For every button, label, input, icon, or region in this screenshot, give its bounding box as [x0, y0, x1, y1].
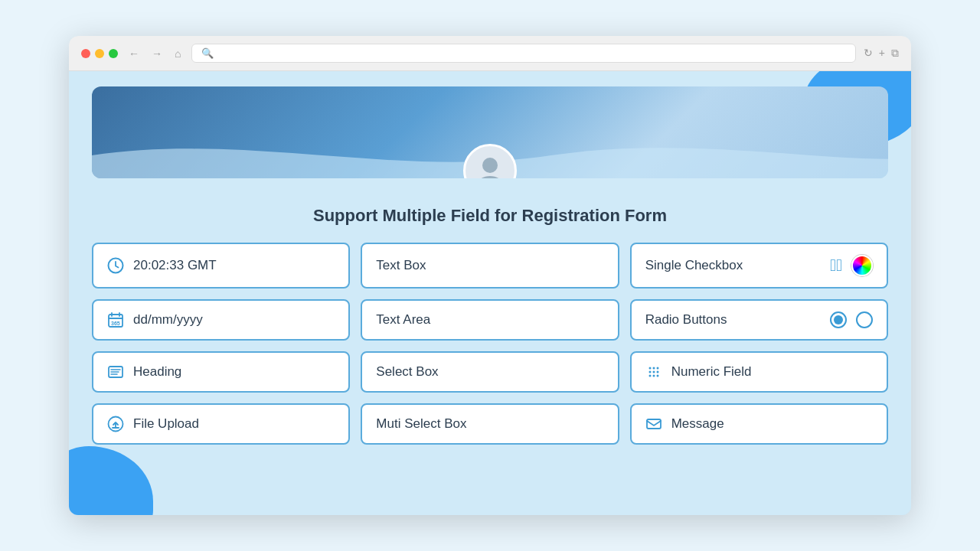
svg-point-11 [656, 371, 658, 373]
radio-buttons-field[interactable]: Radio Buttons [630, 299, 888, 341]
forward-button[interactable]: → [149, 46, 165, 61]
date-field[interactable]: 365 dd/mm/yyyy [92, 299, 350, 341]
grid-icon [645, 364, 662, 380]
page-title: Support Multiple Field for Registration … [92, 206, 888, 226]
message-label: Message [671, 416, 724, 432]
new-tab-button[interactable]: + [879, 47, 885, 60]
svg-point-7 [652, 367, 655, 370]
browser-chrome: ← → ⌂ 🔍 ↻ + ⧉ [69, 36, 911, 71]
single-checkbox-field[interactable]: Single Checkbox ✓⃣ [630, 243, 888, 289]
select-box-label: Select Box [376, 364, 438, 380]
select-box-field[interactable]: Select Box [361, 351, 619, 393]
checkbox-icon[interactable]: ✓⃣ [830, 256, 842, 276]
multi-select-label: Muti Select Box [376, 416, 466, 432]
clock-icon [107, 257, 124, 274]
radio-option-1[interactable] [830, 311, 847, 328]
address-bar[interactable]: 🔍 [191, 44, 855, 63]
browser-actions: ↻ + ⧉ [864, 47, 899, 60]
upload-icon [107, 416, 124, 432]
message-field[interactable]: Message [630, 403, 888, 445]
clock-label: 20:02:33 GMT [133, 258, 217, 273]
svg-point-9 [648, 371, 651, 373]
svg-point-12 [648, 375, 651, 377]
svg-point-8 [656, 367, 658, 370]
browser-nav: ← → ⌂ [126, 46, 184, 61]
svg-point-1 [478, 176, 502, 178]
svg-rect-16 [647, 419, 661, 429]
dot-yellow[interactable] [95, 49, 104, 58]
text-area-field[interactable]: Text Area [361, 299, 619, 341]
heading-field[interactable]: Heading [92, 351, 350, 393]
back-button[interactable]: ← [126, 46, 142, 61]
text-area-label: Text Area [376, 312, 430, 328]
clock-field[interactable]: 20:02:33 GMT [92, 243, 350, 289]
svg-text:365: 365 [111, 321, 120, 326]
tabs-button[interactable]: ⧉ [891, 47, 899, 60]
color-wheel-icon[interactable] [851, 255, 873, 276]
browser-window: ← → ⌂ 🔍 ↻ + ⧉ S [69, 36, 911, 515]
envelope-icon [645, 416, 662, 432]
heading-icon [107, 364, 124, 380]
date-label: dd/mm/yyyy [133, 312, 203, 328]
radio-option-2[interactable] [856, 311, 873, 328]
refresh-button[interactable]: ↻ [864, 47, 873, 60]
svg-point-10 [652, 371, 655, 373]
dot-red[interactable] [81, 49, 90, 58]
radio-inner-1 [834, 315, 843, 324]
text-box-field[interactable]: Text Box [361, 243, 619, 289]
numeric-field[interactable]: Numeric Field [630, 351, 888, 393]
fields-grid: 20:02:33 GMT Text Box Single Checkbox ✓⃣… [92, 243, 888, 445]
heading-label: Heading [133, 364, 181, 380]
calendar-icon: 365 [107, 311, 124, 328]
blob-bottom-left [69, 446, 153, 515]
svg-point-6 [648, 367, 651, 370]
file-upload-label: File Upload [133, 416, 199, 432]
home-button[interactable]: ⌂ [172, 46, 184, 61]
multi-select-field[interactable]: Muti Select Box [361, 403, 619, 445]
browser-dots [81, 49, 118, 58]
radio-label: Radio Buttons [645, 312, 821, 328]
svg-point-13 [652, 375, 655, 377]
text-box-label: Text Box [376, 258, 426, 273]
svg-point-0 [482, 158, 498, 173]
profile-banner [92, 86, 888, 178]
checkbox-label: Single Checkbox [645, 258, 821, 273]
avatar-icon [471, 152, 509, 178]
page-content: Support Multiple Field for Registration … [69, 71, 911, 515]
numeric-label: Numeric Field [671, 364, 752, 380]
file-upload-field[interactable]: File Upload [92, 403, 350, 445]
search-icon: 🔍 [201, 47, 214, 59]
svg-point-14 [656, 375, 658, 377]
dot-green[interactable] [109, 49, 118, 58]
